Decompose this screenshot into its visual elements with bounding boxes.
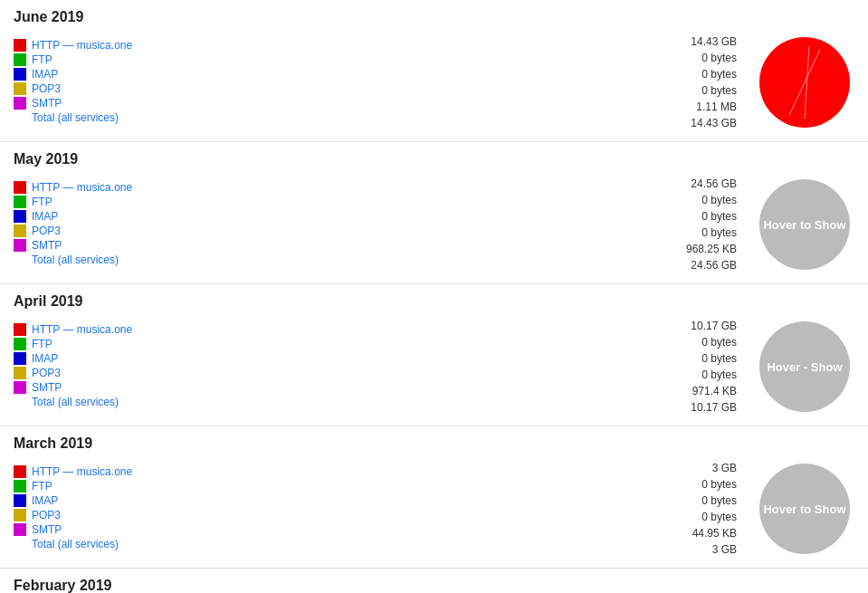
value-item: 1.11 MB — [556, 99, 737, 115]
chart-area-march-2019[interactable]: Hover to Show — [755, 459, 854, 559]
service-color-icon — [14, 68, 26, 81]
service-name-link[interactable]: IMAP — [32, 494, 176, 507]
chart-area-april-2019[interactable]: Hover - Show — [755, 317, 854, 416]
service-color-icon — [14, 53, 26, 66]
value-item: 0 bytes — [556, 50, 737, 66]
total-link[interactable]: Total (all services) — [32, 253, 176, 266]
total-link[interactable]: Total (all services) — [32, 396, 176, 408]
total-link[interactable]: Total (all services) — [32, 111, 176, 124]
service-color-icon — [14, 352, 26, 365]
service-color-icon — [14, 494, 26, 507]
service-name-link[interactable]: POP3 — [32, 82, 176, 95]
list-item: POP3 — [14, 367, 556, 379]
value-item: 0 bytes — [556, 509, 737, 525]
list-item: HTTP — musica.one — [14, 39, 556, 52]
value-item: 0 bytes — [556, 350, 737, 367]
list-item: POP3 — [14, 225, 556, 237]
month-title-february-2019: February 2019 — [14, 578, 854, 593]
month-content-may-2019: HTTP — musica.oneFTPIMAPPOP3SMTPTotal (a… — [14, 175, 854, 274]
list-item: SMTP — [14, 97, 556, 110]
month-section-february-2019: February 2019HTTP — musica.oneFTPIMAPPOP… — [0, 569, 868, 593]
service-name-link[interactable]: IMAP — [32, 352, 176, 365]
hover-chart[interactable]: Hover to Show — [759, 464, 850, 554]
service-name-link[interactable]: SMTP — [32, 97, 176, 110]
value-item: 0 bytes — [556, 208, 737, 225]
service-color-icon — [14, 323, 26, 336]
list-item: FTP — [14, 480, 556, 493]
month-section-march-2019: March 2019HTTP — musica.oneFTPIMAPPOP3SM… — [0, 426, 868, 569]
list-item: FTP — [14, 338, 556, 350]
service-color-icon — [14, 509, 26, 521]
service-color-icon — [14, 480, 26, 493]
service-color-icon — [14, 82, 26, 95]
values-column-march-2019: 3 GB0 bytes0 bytes0 bytes44.95 KB3 GB — [556, 460, 755, 558]
service-name-link[interactable]: HTTP — musica.one — [32, 181, 176, 194]
list-item: IMAP — [14, 352, 556, 365]
total-row: Total (all services) — [14, 396, 556, 408]
svg-line-0 — [805, 46, 809, 119]
service-name-link[interactable]: HTTP — musica.one — [32, 39, 176, 52]
service-list-april-2019: HTTP — musica.oneFTPIMAPPOP3SMTPTotal (a… — [14, 323, 556, 410]
service-color-icon — [14, 465, 26, 478]
chart-area-may-2019[interactable]: Hover to Show — [755, 175, 854, 274]
hover-chart[interactable]: Hover to Show — [759, 179, 850, 270]
service-name-link[interactable]: FTP — [32, 53, 176, 66]
list-item: FTP — [14, 53, 556, 66]
service-color-icon — [14, 239, 26, 252]
month-title-april-2019: April 2019 — [14, 293, 854, 310]
value-item: 968.25 KB — [556, 241, 737, 257]
values-column-april-2019: 10.17 GB0 bytes0 bytes0 bytes971.4 KB10.… — [556, 318, 755, 416]
service-name-link[interactable]: POP3 — [32, 225, 176, 237]
service-color-icon — [14, 381, 26, 394]
service-name-link[interactable]: POP3 — [32, 509, 176, 521]
pie-chart — [759, 37, 850, 128]
value-item: 971.4 KB — [556, 383, 737, 399]
list-item: SMTP — [14, 239, 556, 252]
total-link[interactable]: Total (all services) — [32, 538, 176, 550]
total-row: Total (all services) — [14, 111, 556, 124]
list-item: POP3 — [14, 509, 556, 521]
service-name-link[interactable]: POP3 — [32, 367, 176, 379]
service-color-icon — [14, 181, 26, 194]
values-column-may-2019: 24.56 GB0 bytes0 bytes0 bytes968.25 KB24… — [556, 176, 755, 273]
list-item: HTTP — musica.one — [14, 323, 556, 336]
service-name-link[interactable]: HTTP — musica.one — [32, 323, 176, 336]
value-item: 0 bytes — [556, 82, 737, 99]
service-color-icon — [14, 367, 26, 379]
service-name-link[interactable]: SMTP — [32, 523, 176, 536]
service-name-link[interactable]: FTP — [32, 480, 176, 493]
total-value: 14.43 GB — [556, 115, 737, 131]
service-color-icon — [14, 225, 26, 237]
service-name-link[interactable]: FTP — [32, 196, 176, 208]
service-name-link[interactable]: HTTP — musica.one — [32, 465, 176, 478]
month-section-june-2019: June 2019HTTP — musica.oneFTPIMAPPOP3SMT… — [0, 0, 868, 142]
value-item: 0 bytes — [556, 225, 737, 241]
value-item: 0 bytes — [556, 476, 737, 493]
value-item: 0 bytes — [556, 66, 737, 82]
service-color-icon — [14, 338, 26, 350]
page-container: June 2019HTTP — musica.oneFTPIMAPPOP3SMT… — [0, 0, 868, 593]
list-item: POP3 — [14, 82, 556, 95]
total-row: Total (all services) — [14, 538, 556, 550]
total-value: 24.56 GB — [556, 257, 737, 273]
value-item: 44.95 KB — [556, 525, 737, 541]
service-name-link[interactable]: IMAP — [32, 210, 176, 223]
service-color-icon — [14, 196, 26, 208]
list-item: IMAP — [14, 494, 556, 507]
month-section-may-2019: May 2019HTTP — musica.oneFTPIMAPPOP3SMTP… — [0, 142, 868, 284]
service-name-link[interactable]: SMTP — [32, 239, 176, 252]
value-item: 14.43 GB — [556, 33, 737, 50]
value-item: 0 bytes — [556, 367, 737, 383]
service-name-link[interactable]: IMAP — [32, 68, 176, 81]
month-content-april-2019: HTTP — musica.oneFTPIMAPPOP3SMTPTotal (a… — [14, 317, 854, 416]
service-name-link[interactable]: FTP — [32, 338, 176, 350]
month-title-march-2019: March 2019 — [14, 435, 854, 452]
service-list-march-2019: HTTP — musica.oneFTPIMAPPOP3SMTPTotal (a… — [14, 465, 556, 552]
month-content-june-2019: HTTP — musica.oneFTPIMAPPOP3SMTPTotal (a… — [14, 33, 854, 132]
total-row: Total (all services) — [14, 253, 556, 266]
month-section-april-2019: April 2019HTTP — musica.oneFTPIMAPPOP3SM… — [0, 284, 868, 426]
value-item: 3 GB — [556, 460, 737, 476]
hover-chart[interactable]: Hover - Show — [759, 321, 850, 412]
service-name-link[interactable]: SMTP — [32, 381, 176, 394]
total-value: 10.17 GB — [556, 399, 737, 416]
